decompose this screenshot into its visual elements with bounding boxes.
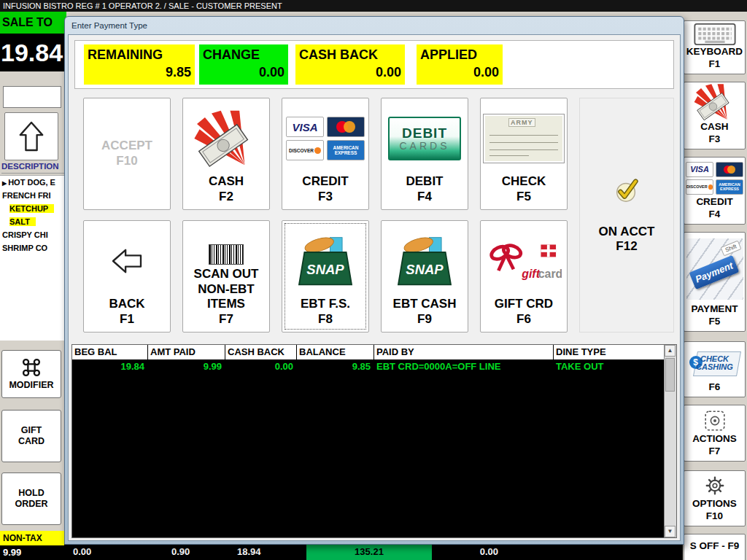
hold-order-button[interactable]: HOLD ORDER (1, 472, 61, 525)
ebt-foodstamp-button[interactable]: SNAP EBT F.S. F8 (282, 220, 369, 332)
sidebar-check-cashing-button[interactable]: $ CHECK CASHING F6 (684, 341, 746, 397)
list-item[interactable]: FRENCH FRI (0, 189, 64, 202)
app-titlebar: INFUSION BISTRO REG # 1 OPERATOR 2. / SA… (0, 0, 747, 12)
hold-order-label: HOLD ORDER (13, 488, 50, 510)
status-cashback: CASH BACK 0.00 (295, 44, 405, 85)
cash-icon (685, 83, 744, 121)
credit-logos: VISA DISCOVER AMERICAN EXPRESS (284, 103, 367, 174)
non-tax-badge: NON-TAX (0, 531, 67, 545)
sidebar-keyboard-button[interactable]: KEYBOARD F1 (684, 20, 746, 74)
scroll-down-arrow[interactable]: ▼ (665, 526, 676, 537)
table-header-cell: DINE TYPE (554, 345, 665, 359)
status-applied: APPLIED 0.00 (417, 44, 503, 85)
sidebar-actions-button[interactable]: ACTIONS F7 (684, 405, 746, 462)
table-header-cell: BALANCE (297, 345, 374, 359)
gift-card-pay-button[interactable]: gift card GIFT CRD F6 (480, 220, 568, 332)
table-header-cell: CASH BACK (225, 345, 297, 359)
list-item[interactable]: SHRIMP CO (0, 241, 64, 254)
sale-to-banner: SALE TO (0, 12, 66, 34)
discover-logo: DISCOVER (686, 179, 713, 195)
on-account-button[interactable]: ON ACCT F12 (579, 98, 674, 332)
table-cell: 9.85 (297, 359, 374, 374)
totals-cell-green: 135.21 (306, 543, 432, 560)
gift-card-button[interactable]: GIFT CARD (1, 410, 61, 462)
keyboard-icon (685, 23, 744, 46)
visa-logo: VISA (286, 117, 324, 137)
up-arrow-button[interactable] (4, 112, 58, 160)
check-image: ARMY (482, 103, 565, 174)
table-cell: TAKE OUT (554, 359, 665, 374)
non-tax-amount: 9.99 (0, 545, 67, 560)
cash-icon (185, 103, 268, 174)
totals-cell: 18.94 (237, 543, 261, 560)
mastercard-logo (716, 162, 743, 177)
app-title: INFUSION BISTRO REG # 1 OPERATOR 2. / SA… (3, 1, 282, 10)
checkmark-icon (613, 176, 640, 204)
pos-screen: INFUSION BISTRO REG # 1 OPERATOR 2. / SA… (0, 0, 747, 560)
dialog-title: Enter Payment Type (71, 21, 147, 30)
table-cell: 19.84 (72, 359, 148, 374)
scroll-thumb[interactable] (665, 358, 675, 392)
modifier-label: MODIFIER (9, 380, 53, 391)
sidebar-cash-button[interactable]: CASH F3 (684, 82, 746, 149)
sale-total: 19.84 (0, 34, 65, 71)
visa-logo: VISA (686, 162, 713, 177)
credit-logos: VISA DISCOVER AMERICAN EXPRESS (685, 160, 744, 196)
table-cell: EBT CRD=0000A=OFF LINE (374, 359, 554, 374)
svg-text:SNAP: SNAP (406, 262, 444, 277)
gear-icon (685, 473, 744, 498)
list-item[interactable]: SALT (0, 215, 64, 228)
back-button[interactable]: BACK F1 (83, 220, 171, 332)
sidebar-payment-button[interactable]: Shift Payment PAYMENT F5 (684, 232, 746, 332)
entry-input[interactable] (3, 86, 61, 108)
check-cashing-icon: $ CHECK CASHING (685, 344, 744, 381)
debit-button[interactable]: DEBIT CARDS DEBIT F4 (381, 98, 468, 210)
totals-cell: 0.90 (171, 543, 190, 560)
snap-icon: SNAP (284, 225, 367, 297)
svg-text:card: card (538, 268, 562, 280)
table-row: 19.84 9.99 0.00 9.85 EBT CRD=0000A=OFF L… (72, 359, 665, 374)
command-icon (21, 357, 42, 378)
discover-logo: DISCOVER (286, 140, 324, 160)
back-arrow-icon (85, 225, 169, 297)
totals-bar: 0.00 0.90 18.94 135.21 0.00 (64, 543, 683, 560)
svg-text:gift: gift (521, 268, 540, 280)
list-item[interactable]: CRISPY CHI (0, 228, 64, 241)
payment-table-header: BEG BAL AMT PAID CASH BACK BALANCE PAID … (72, 345, 665, 359)
dialog-titlebar[interactable]: Enter Payment Type (65, 17, 684, 34)
credit-button[interactable]: VISA DISCOVER AMERICAN EXPRESS CREDIT F3 (282, 98, 369, 210)
debit-cards-logo: DEBIT CARDS (383, 103, 466, 174)
dialog-body: REMAINING 9.85 CHANGE 0.00 CASH BACK 0.0… (68, 34, 681, 541)
list-item[interactable]: ▶HOT DOG, E (0, 176, 64, 189)
payment-table: BEG BAL AMT PAID CASH BACK BALANCE PAID … (71, 344, 677, 538)
list-item[interactable]: KETCHUP (0, 202, 64, 215)
up-arrow-icon (18, 120, 45, 153)
gift-card-icon: gift card (482, 225, 565, 297)
amex-logo: AMERICAN EXPRESS (327, 140, 365, 160)
status-remaining: REMAINING 9.85 (84, 44, 195, 85)
mastercard-logo (327, 117, 365, 137)
table-scrollbar[interactable]: ▲ ▼ (664, 345, 676, 537)
accept-button[interactable]: ACCEPT F10 (83, 98, 171, 210)
sidebar-options-button[interactable]: OPTIONS F10 (684, 470, 746, 526)
sidebar-bottom-partial-button[interactable]: S OFF - F9 (684, 534, 746, 560)
sidebar: KEYBOARD F1 CASH F3 (683, 12, 747, 560)
status-panel: REMAINING 9.85 CHANGE 0.00 CASH BACK 0.0… (74, 40, 674, 89)
modifier-button[interactable]: MODIFIER (1, 350, 61, 398)
totals-cell: 0.00 (73, 543, 91, 560)
status-change: CHANGE 0.00 (199, 44, 288, 85)
scan-out-button[interactable]: SCAN OUT NON-EBT ITEMS F7 (182, 220, 270, 332)
actions-icon (685, 408, 744, 433)
check-button[interactable]: ARMY CHECK F5 (480, 98, 568, 210)
barcode-icon (185, 242, 268, 267)
table-header-cell: BEG BAL (72, 345, 148, 359)
gift-card-label: GIFT CARD (15, 425, 47, 447)
totals-cell: 0.00 (462, 543, 498, 560)
scroll-up-arrow[interactable]: ▲ (665, 345, 676, 357)
cash-button[interactable]: CASH F2 (182, 98, 270, 210)
description-header: DESCRIPTION (1, 162, 64, 174)
table-header-cell: PAID BY (374, 345, 554, 359)
payment-key-icon: Shift Payment (685, 235, 744, 303)
ebt-cash-button[interactable]: SNAP EBT CASH F9 (381, 220, 468, 332)
sidebar-credit-button[interactable]: VISA DISCOVER AMERICAN EXPRESS CREDIT F4 (684, 157, 746, 225)
